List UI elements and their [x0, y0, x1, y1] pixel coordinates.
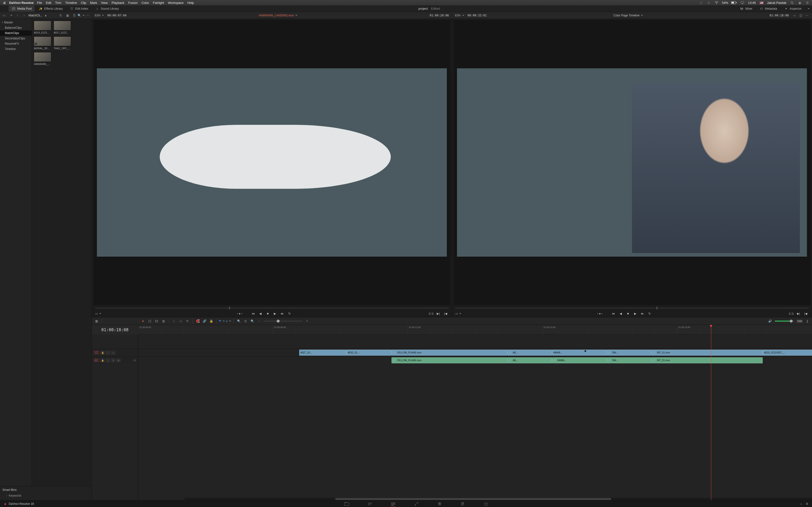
- menu-edit[interactable]: Edit: [46, 1, 51, 5]
- diamond-icon[interactable]: ◇: [699, 0, 703, 5]
- bin-forward-icon[interactable]: ›: [22, 13, 27, 18]
- inspector-toggle[interactable]: ✦ Inspector: [781, 6, 804, 12]
- program-play-icon[interactable]: ▶: [632, 311, 638, 316]
- timeline-clip[interactable]: 🔗TAK...: [607, 357, 652, 363]
- source-inout-icon[interactable]: ⊏⊐: [428, 311, 434, 316]
- program-mode-icon[interactable]: ▭: [456, 311, 461, 316]
- menubar-clock[interactable]: 13:45: [748, 1, 756, 5]
- notifications-icon[interactable]: ☰: [805, 0, 810, 5]
- arrow-tool-icon[interactable]: ➤: [141, 319, 145, 323]
- zoom-fit-icon[interactable]: ⊡: [243, 319, 248, 323]
- sort-icon[interactable]: ⇅: [58, 13, 63, 18]
- go-last-icon[interactable]: ⏭: [280, 311, 285, 316]
- sync-icon[interactable]: ⎋: [707, 0, 711, 5]
- go-first-icon[interactable]: ⏮: [250, 311, 256, 316]
- track-header-v1[interactable]: V1 🔒 ◇ ▭: [92, 349, 138, 356]
- volume-slider[interactable]: [775, 321, 794, 322]
- v1-lock-icon[interactable]: 🔒: [101, 351, 104, 354]
- menu-mark[interactable]: Mark: [90, 1, 97, 5]
- source-viewer[interactable]: [93, 20, 451, 305]
- dual-viewer-icon[interactable]: ◫: [799, 13, 803, 18]
- timeline-clip[interactable]: 🔗HAWA...: [552, 357, 607, 363]
- lock-icon[interactable]: 🔒: [209, 319, 213, 323]
- flag-menu-icon[interactable]: ⚑: [219, 319, 224, 323]
- program-inout-icon[interactable]: ⊏⊐: [788, 311, 794, 316]
- timeline-scrollbar[interactable]: [185, 498, 812, 500]
- source-clip-name[interactable]: HAWAIIAN_LANDING.mov: [130, 14, 426, 17]
- a1-auto-icon[interactable]: ◇: [106, 359, 110, 362]
- program-stop-icon[interactable]: ■: [625, 311, 631, 316]
- page-deliver[interactable]: [481, 501, 490, 507]
- zoom-plus-icon[interactable]: +: [305, 319, 309, 323]
- page-fairlight[interactable]: [458, 501, 467, 507]
- edit-index-toggle[interactable]: ☷ Edit Index: [67, 6, 91, 12]
- a1-mute-icon[interactable]: M: [116, 359, 120, 362]
- mute-icon[interactable]: 🔊: [768, 319, 772, 323]
- project-settings-icon[interactable]: ⚙: [805, 502, 809, 506]
- menu-fusion[interactable]: Fusion: [128, 1, 138, 5]
- timeline-clip[interactable]: 🔗YELLOW_PLANE.mov: [392, 350, 507, 356]
- blade-tool-icon[interactable]: ▥: [161, 319, 165, 323]
- playhead[interactable]: [711, 325, 711, 500]
- source-zoom[interactable]: 63%: [95, 14, 104, 17]
- program-match-frame-icon[interactable]: ‹ ● ›: [597, 311, 603, 316]
- dim-button[interactable]: DIM: [797, 320, 803, 323]
- a1-solo-icon[interactable]: S: [111, 359, 115, 362]
- program-go-first-icon[interactable]: ⏮: [610, 311, 616, 316]
- bin-secondaryclips[interactable]: SecondaryClips: [0, 36, 32, 41]
- timeline-timecode[interactable]: 01:00:18:08: [92, 325, 138, 335]
- source-prev-edit-icon[interactable]: |◀: [443, 311, 449, 316]
- bin-options-icon[interactable]: ⋯: [85, 13, 90, 18]
- flag-icon[interactable]: 🇺🇸: [759, 0, 764, 5]
- zoom-slider[interactable]: [264, 321, 302, 322]
- timeline-clip[interactable]: HAWA...: [552, 350, 607, 356]
- metadata-toggle[interactable]: 🏷 Metadata: [757, 6, 780, 12]
- bin-timeline[interactable]: Timeline: [0, 46, 32, 52]
- dynamic-trim-icon[interactable]: ⟪⟫: [154, 319, 159, 323]
- match-frame-icon[interactable]: ‹ ● ›: [237, 311, 243, 316]
- source-next-edit-icon[interactable]: ▶|: [436, 311, 441, 316]
- menu-trim[interactable]: Trim: [55, 1, 61, 5]
- sound-library-toggle[interactable]: ♫ Sound Library: [92, 6, 121, 12]
- stop-icon[interactable]: ■: [265, 311, 271, 316]
- airplay-icon[interactable]: [740, 0, 745, 5]
- wifi-icon[interactable]: [714, 0, 719, 5]
- bin-balanceclips[interactable]: BalanceClips: [0, 25, 32, 31]
- page-color[interactable]: [435, 501, 444, 507]
- program-scrubber[interactable]: [456, 306, 809, 310]
- program-go-last-icon[interactable]: ⏭: [640, 311, 645, 316]
- zoom-out-icon[interactable]: 🔍: [237, 319, 241, 323]
- timeline-clip[interactable]: 🔗AE...: [507, 357, 552, 363]
- home-icon[interactable]: ◆: [3, 502, 7, 506]
- menu-clip[interactable]: Clip: [81, 1, 86, 5]
- battery-status[interactable]: 54%: [722, 1, 737, 5]
- v1-auto-icon[interactable]: ◇: [106, 351, 110, 354]
- timeline-clip[interactable]: 🔗YELLOW_PLANE.mov: [392, 357, 507, 363]
- effects-library-toggle[interactable]: ✨ Effects Library: [36, 6, 65, 12]
- smart-bins-keywords[interactable]: ›Keywords: [2, 494, 89, 497]
- siri-icon[interactable]: ◉: [798, 0, 802, 5]
- page-media[interactable]: [343, 501, 351, 507]
- marker-menu-icon[interactable]: ●: [226, 319, 231, 323]
- loop-icon[interactable]: ↻: [287, 311, 292, 316]
- menu-playback[interactable]: Playback: [112, 1, 124, 5]
- clip-thumb[interactable]: A019_0123...: [34, 21, 51, 34]
- source-mode-icon[interactable]: ▭: [95, 311, 101, 316]
- clip-thumb[interactable]: ♪AERIAL_SF...: [34, 37, 51, 50]
- snapping-icon[interactable]: 🧲: [196, 319, 200, 323]
- page-fusion[interactable]: [412, 501, 421, 507]
- apple-icon[interactable]: [2, 0, 7, 5]
- play-icon[interactable]: ▶: [272, 311, 278, 316]
- trim-tool-icon[interactable]: ⟦⟧: [148, 319, 152, 323]
- timeline-clip[interactable]: A027_01...: [299, 350, 346, 356]
- a1-lock-icon[interactable]: 🔒: [101, 359, 104, 362]
- menu-color[interactable]: Color: [141, 1, 149, 5]
- insert-icon[interactable]: ⎀: [171, 319, 176, 323]
- overwrite-icon[interactable]: ▭: [179, 319, 183, 323]
- audio-meters-icon[interactable]: ‖: [805, 319, 810, 323]
- menu-fairlight[interactable]: Fairlight: [153, 1, 164, 5]
- menubar-user[interactable]: Jakub Pawlak: [767, 1, 786, 5]
- program-prev-edit-icon[interactable]: |◀: [803, 311, 809, 316]
- program-step-back-icon[interactable]: ◀: [618, 311, 623, 316]
- program-timeline-name[interactable]: Color Page Timeline: [490, 14, 766, 17]
